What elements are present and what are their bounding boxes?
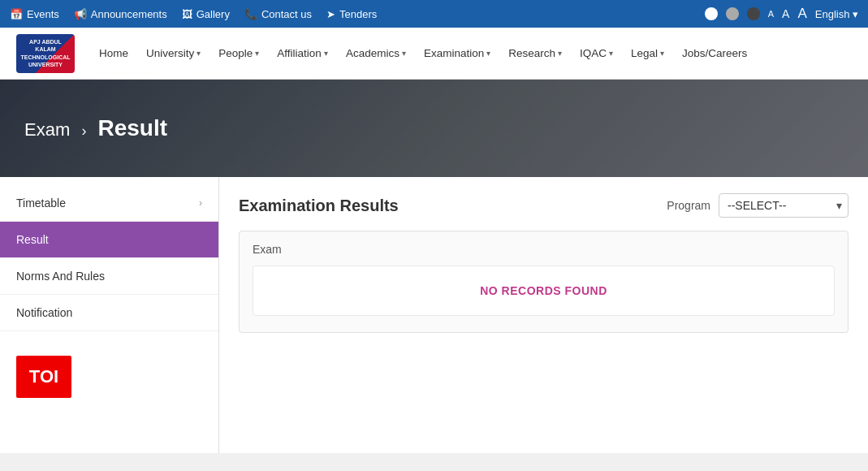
timetable-label: Timetable [16, 197, 66, 210]
chevron-right-icon: › [199, 197, 202, 209]
phone-icon: 📞 [244, 8, 257, 20]
norms-label: Norms And Rules [16, 270, 105, 283]
image-icon: 🖼 [182, 8, 192, 20]
exam-card: Exam NO RECORDS FOUND [239, 231, 849, 333]
content-area: Examination Results Program --SELECT-- B… [219, 177, 868, 453]
theme-drop-gray[interactable] [726, 7, 739, 20]
chevron-down-icon: ▾ [486, 49, 490, 58]
no-records-text: NO RECORDS FOUND [480, 284, 607, 297]
breadcrumb-exam: Exam [24, 119, 70, 140]
content-header: Examination Results Program --SELECT-- B… [239, 193, 849, 218]
no-records-box: NO RECORDS FOUND [253, 266, 835, 316]
notification-label: Notification [16, 306, 72, 319]
nav-affiliation[interactable]: Affiliation ▾ [269, 41, 336, 66]
calendar-icon: 📅 [10, 8, 23, 20]
nav-research[interactable]: Research ▾ [500, 41, 570, 66]
contact-link[interactable]: 📞 Contact us [244, 8, 312, 20]
program-select[interactable]: --SELECT-- B.Tech M.Tech MBA MCA PhD [719, 193, 849, 218]
toi-badge: TOI [16, 356, 71, 398]
exam-section-label: Exam [253, 243, 835, 256]
select-wrapper: --SELECT-- B.Tech M.Tech MBA MCA PhD [719, 193, 849, 218]
chevron-down-icon: ▾ [255, 49, 259, 58]
chevron-down-icon: ▾ [402, 49, 406, 58]
gallery-link[interactable]: 🖼 Gallery [182, 8, 230, 20]
nav-legal[interactable]: Legal ▾ [623, 41, 672, 66]
language-button[interactable]: English ▾ [815, 8, 858, 20]
sidebar-item-norms[interactable]: Norms And Rules [0, 258, 218, 295]
main-nav: Home University ▾ People ▾ Affiliation ▾… [91, 41, 755, 66]
events-label: Events [27, 8, 59, 20]
breadcrumb-arrow: › [81, 123, 86, 139]
chevron-down-icon: ▾ [609, 49, 613, 58]
sidebar-item-result[interactable]: Result [0, 222, 218, 258]
top-bar: 📅 Events 📢 Announcements 🖼 Gallery 📞 Con… [0, 0, 868, 28]
chevron-down-icon: ▾ [324, 49, 328, 58]
events-link[interactable]: 📅 Events [10, 8, 59, 20]
nav-bar: APJ ABDUL KALAMTECHNOLOGICALUNIVERSITY H… [0, 28, 868, 80]
sidebar: Timetable › Result Norms And Rules Notif… [0, 177, 219, 453]
nav-academics[interactable]: Academics ▾ [338, 41, 414, 66]
theme-drop-white[interactable] [705, 7, 718, 20]
font-small-button[interactable]: A [768, 9, 774, 19]
announcements-link[interactable]: 📢 Announcements [74, 8, 167, 20]
nav-examination[interactable]: Examination ▾ [416, 41, 499, 66]
top-bar-right: A A A English ▾ [705, 6, 858, 22]
breadcrumb-result: Result [98, 115, 168, 140]
chevron-down-icon: ▾ [196, 49, 201, 58]
contact-label: Contact us [261, 8, 312, 20]
font-large-button[interactable]: A [797, 6, 806, 22]
toi-badge-area: TOI [0, 356, 218, 398]
top-bar-links: 📅 Events 📢 Announcements 🖼 Gallery 📞 Con… [10, 8, 377, 20]
nav-iqac[interactable]: IQAC ▾ [572, 41, 621, 66]
sidebar-item-timetable[interactable]: Timetable › [0, 185, 218, 222]
university-logo: APJ ABDUL KALAMTECHNOLOGICALUNIVERSITY [16, 34, 75, 73]
page-title: Examination Results [239, 197, 399, 215]
nav-home[interactable]: Home [91, 41, 136, 66]
breadcrumb: Exam › Result [24, 115, 167, 141]
logo-area: APJ ABDUL KALAMTECHNOLOGICALUNIVERSITY [16, 34, 75, 73]
program-label: Program [667, 199, 710, 212]
announcements-label: Announcements [91, 8, 167, 20]
sidebar-item-notification[interactable]: Notification [0, 295, 218, 331]
main-wrapper: Timetable › Result Norms And Rules Notif… [0, 177, 868, 453]
gallery-label: Gallery [196, 8, 230, 20]
font-medium-button[interactable]: A [782, 7, 789, 20]
arrow-icon: ➤ [326, 8, 335, 20]
chevron-down-icon: ▾ [558, 49, 562, 58]
theme-drop-dark[interactable] [747, 7, 760, 20]
result-label: Result [16, 233, 49, 246]
hero-banner: Exam › Result [0, 80, 868, 177]
tenders-label: Tenders [339, 8, 377, 20]
nav-university[interactable]: University ▾ [138, 41, 209, 66]
chevron-down-icon: ▾ [660, 49, 664, 58]
megaphone-icon: 📢 [74, 8, 87, 20]
program-filter: Program --SELECT-- B.Tech M.Tech MBA MCA… [667, 193, 849, 218]
nav-people[interactable]: People ▾ [210, 41, 267, 66]
nav-jobs[interactable]: Jobs/Careers [674, 41, 755, 66]
tenders-link[interactable]: ➤ Tenders [326, 8, 377, 20]
